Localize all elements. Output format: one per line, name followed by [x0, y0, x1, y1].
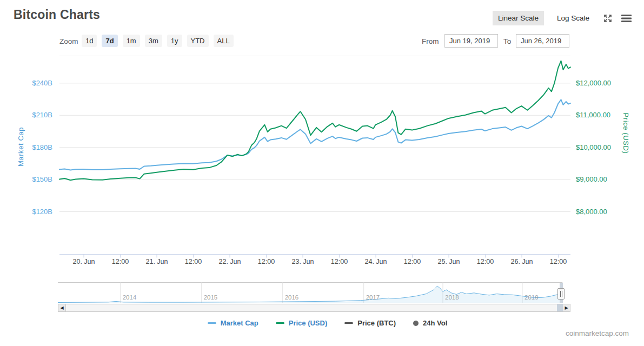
right-axis-tick: $11,000.00	[576, 111, 626, 119]
legend-item-price-btc[interactable]: Price (BTC)	[344, 319, 396, 327]
bitcoin-charts-page: Bitcoin Charts Linear Scale Log Scale Zo…	[0, 0, 644, 346]
scrollbar-right-arrow[interactable]: ▶	[562, 304, 570, 312]
navigator-handle[interactable]	[557, 288, 565, 300]
legend-item-market-cap[interactable]: Market Cap	[208, 319, 258, 327]
legend-label: Market Cap	[221, 319, 258, 327]
series-line-price-usd-[interactable]	[59, 61, 570, 181]
navigator-year-label: 2019	[525, 294, 539, 301]
x-axis-label: 12:00	[537, 258, 580, 265]
left-axis-tick: $150B	[14, 175, 52, 183]
legend-label: Price (USD)	[289, 319, 328, 327]
legend-item-price-usd[interactable]: Price (USD)	[276, 319, 328, 327]
scrollbar-thumb[interactable]	[557, 304, 563, 311]
scrollbar-left-arrow[interactable]: ◀	[58, 304, 66, 312]
chart-legend: Market Cap Price (USD) Price (BTC) 24h V…	[5, 319, 644, 327]
navigator-year-label: 2014	[123, 294, 137, 301]
volume-swatch	[413, 321, 419, 326]
watermark: coinmarketcap.com	[566, 329, 629, 337]
left-axis-tick: $240B	[14, 79, 52, 87]
right-axis-title: Price (USD)	[622, 79, 630, 188]
right-axis-tick: $10,000.00	[576, 143, 626, 151]
left-axis-tick: $180B	[14, 143, 52, 151]
navigator-year-label: 2016	[285, 294, 299, 301]
right-axis-tick: $8,000.00	[576, 208, 626, 216]
navigator-year-label: 2018	[445, 294, 459, 301]
scrollbar-track[interactable]	[58, 304, 570, 312]
navigator-year-label: 2015	[204, 294, 218, 301]
left-axis-tick: $210B	[14, 111, 52, 119]
price-btc-swatch	[344, 322, 353, 324]
legend-item-24h-vol[interactable]: 24h Vol	[413, 319, 447, 327]
right-axis-tick: $9,000.00	[576, 175, 626, 183]
legend-label: 24h Vol	[423, 319, 447, 327]
left-axis-tick: $120B	[14, 208, 52, 216]
navigator-year-label: 2017	[366, 294, 380, 301]
market-cap-swatch	[208, 322, 216, 324]
legend-label: Price (BTC)	[357, 319, 396, 327]
chart-canvas	[0, 0, 644, 346]
price-usd-swatch	[276, 322, 284, 324]
right-axis-tick: $12,000.00	[576, 79, 626, 87]
